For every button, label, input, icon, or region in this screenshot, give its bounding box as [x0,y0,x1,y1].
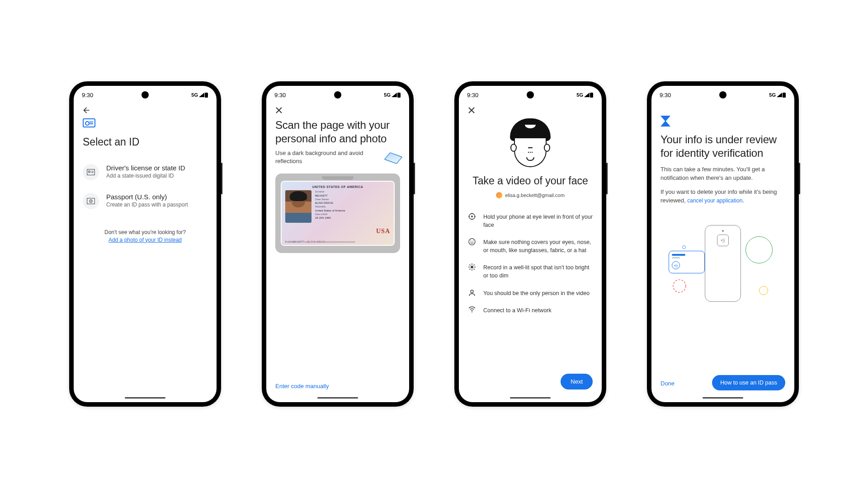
svg-point-15 [471,266,473,268]
done-button[interactable]: Done [660,380,675,387]
status-indicators: 5G [769,92,786,98]
passport-scan-preview: UNITED STATES OF AMERICA Surname BECKETT… [275,174,400,253]
scan-diamond-icon [384,152,403,164]
page-title: Select an ID [83,136,208,149]
review-body-1: This can take a few minutes. You'll get … [660,165,785,183]
status-time: 9:30 [82,92,93,99]
page-subtitle: Use a dark background and avoid reflecti… [275,149,383,165]
home-indicator[interactable] [317,397,358,399]
camera-notch [527,91,534,99]
next-button[interactable]: Next [561,374,593,389]
helper-text: Don't see what you're looking for? [83,229,208,235]
face-icon [468,238,476,245]
svg-line-23 [469,269,470,270]
option-passport[interactable]: Passport (U.S. only) Create an ID pass w… [83,187,208,216]
svg-line-22 [474,265,475,266]
review-illustration: •)) •)) [678,218,768,309]
svg-rect-26 [783,93,786,98]
passport-mrz: P<USABECKETT<<ELISA<GRACE<<<<<<<<<<<<<<<… [285,240,390,243]
mini-phone-illustration: •)) [705,225,741,302]
instruction-item: Make sure nothing covers your eyes, nose… [468,234,593,259]
svg-point-12 [469,239,475,245]
camera-notch [719,91,726,99]
id-card-header-icon [83,118,95,127]
hourglass-icon [660,116,670,127]
enter-code-manually-link[interactable]: Enter code manually [275,383,329,389]
close-button[interactable] [274,105,284,116]
svg-point-25 [472,311,472,312]
option-subtitle: Add a state-issued digital ID [106,173,185,179]
review-body-2: If you want to delete your info while it… [660,188,785,205]
svg-point-7 [90,201,91,202]
page-title: Your info is under review for identity v… [660,133,785,160]
status-time: 9:30 [467,92,478,99]
svg-rect-0 [205,93,208,98]
svg-point-14 [473,241,474,242]
svg-line-20 [469,265,470,266]
phone-mockup-3: 9:30 5G Take a [454,81,606,407]
svg-point-13 [471,241,472,242]
option-title: Passport (U.S. only) [106,193,188,201]
passport-country-code: USA [376,228,390,235]
passport-header: UNITED STATES OF AMERICA [285,185,390,188]
instruction-item: Hold your phone at eye level in front of… [468,208,593,234]
status-time: 9:30 [274,92,286,99]
back-button[interactable] [81,105,92,116]
instruction-item: You should be the only person in the vid… [468,285,593,302]
svg-rect-9 [590,93,593,98]
page-title: Scan the page with your personal info an… [275,118,400,145]
id-card-icon [83,164,99,180]
home-indicator[interactable] [510,397,551,399]
status-indicators: 5G [576,92,594,98]
target-icon [468,213,476,220]
camera-notch [142,91,149,99]
passport-photo [285,190,311,223]
instruction-item: Record in a well-lit spot that isn't too… [468,259,593,284]
wifi-icon [468,306,476,313]
avatar [496,192,502,198]
status-indicators: 5G [384,92,401,98]
person-icon [468,289,476,296]
option-title: Driver's license or state ID [106,164,185,172]
passport-icon [83,193,99,209]
account-email: elisa.g.beckett@gmail.com [505,192,565,198]
svg-point-27 [673,280,686,292]
cancel-application-link[interactable]: cancel your application [687,197,742,204]
passport-fields: Surname BECKETT Given Names ELISA GRACE … [315,190,390,223]
brightness-icon [468,263,476,271]
option-subtitle: Create an ID pass with a passport [106,202,188,208]
status-time: 9:30 [660,92,671,99]
phone-mockup-4: 9:30 5G Your info is under review for id… [647,81,799,407]
svg-point-24 [471,290,473,293]
svg-line-21 [474,269,475,270]
account-row: elisa.g.beckett@gmail.com [468,192,593,198]
add-photo-link[interactable]: Add a photo of your ID instead [108,237,182,243]
svg-rect-8 [397,93,401,98]
mini-card-illustration: •)) [669,251,705,273]
face-illustration [503,118,557,168]
status-indicators: 5G [191,92,208,98]
home-indicator[interactable] [703,397,743,399]
camera-notch [334,91,341,99]
phone-mockup-2: 9:30 5G Scan the page with your personal… [262,81,414,407]
svg-point-11 [471,216,473,217]
close-button[interactable] [466,105,477,116]
how-to-use-button[interactable]: How to use an ID pass [712,375,785,390]
option-drivers-license[interactable]: Driver's license or state ID Add a state… [83,158,208,187]
page-title: Take a video of your face [468,174,593,188]
svg-point-2 [89,171,90,173]
phone-mockup-1: 9:30 5G Select an ID [69,81,221,407]
instructions-list: Hold your phone at eye level in front of… [468,208,593,319]
instruction-item: Connect to a Wi-Fi network [468,302,593,319]
home-indicator[interactable] [125,397,165,399]
